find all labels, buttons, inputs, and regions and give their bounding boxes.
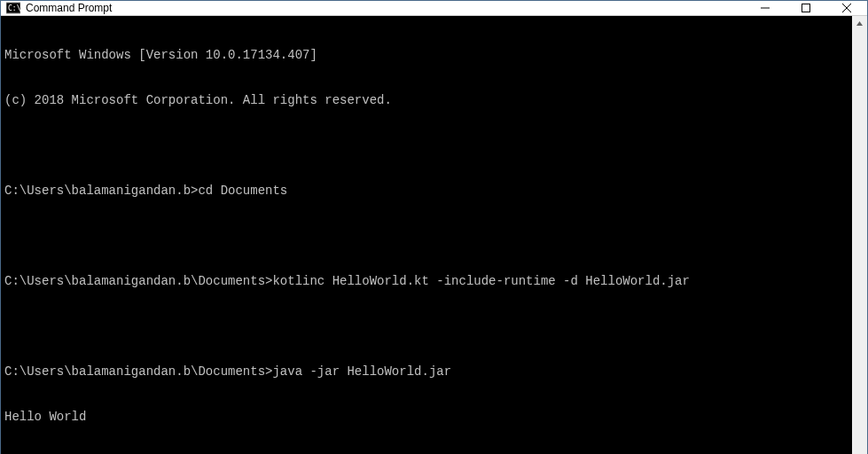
terminal-line: C:\Users\balamanigandan.b\Documents>kotl…	[4, 274, 852, 289]
command-prompt-icon: C:\	[6, 1, 20, 15]
terminal-line: Microsoft Windows [Version 10.0.17134.40…	[4, 48, 852, 63]
terminal[interactable]: Microsoft Windows [Version 10.0.17134.40…	[1, 16, 852, 454]
vertical-scrollbar[interactable]	[852, 16, 867, 454]
svg-rect-3	[802, 4, 810, 12]
window-controls	[745, 1, 867, 15]
scroll-up-button[interactable]	[852, 16, 867, 31]
terminal-line: C:\Users\balamanigandan.b\Documents>java…	[4, 364, 852, 380]
maximize-button[interactable]	[786, 1, 826, 15]
terminal-line	[4, 319, 852, 334]
titlebar[interactable]: C:\ Command Prompt	[1, 1, 867, 16]
terminal-line	[4, 229, 852, 244]
terminal-area: Microsoft Windows [Version 10.0.17134.40…	[1, 16, 867, 454]
svg-text:C:\: C:\	[8, 4, 20, 12]
terminal-line: (c) 2018 Microsoft Corporation. All righ…	[4, 93, 852, 108]
terminal-line	[4, 138, 852, 153]
terminal-line: Hello World	[4, 410, 852, 425]
terminal-line: C:\Users\balamanigandan.b>cd Documents	[4, 184, 852, 199]
command-prompt-window: C:\ Command Prompt Microsoft Windows [Ve…	[0, 0, 868, 454]
minimize-button[interactable]	[745, 1, 786, 15]
close-button[interactable]	[826, 1, 867, 15]
window-title: Command Prompt	[26, 2, 112, 14]
svg-marker-6	[856, 21, 863, 26]
scrollbar-track[interactable]	[852, 31, 867, 454]
